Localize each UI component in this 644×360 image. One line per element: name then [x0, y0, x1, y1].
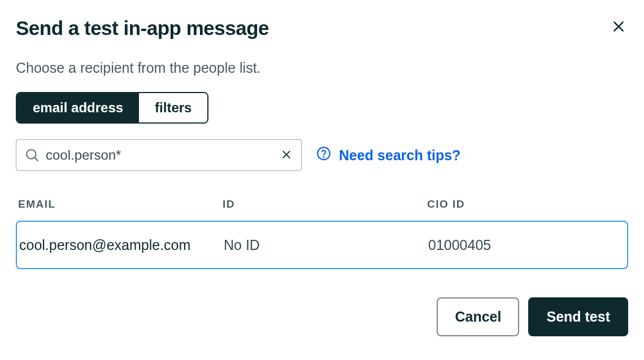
cell-id: No ID	[224, 237, 428, 253]
modal-title: Send a test in-app message	[16, 17, 269, 39]
cell-email: cool.person@example.com	[19, 237, 224, 253]
th-email: EMAIL	[18, 198, 223, 210]
th-cio-id: CIO ID	[427, 198, 628, 210]
svg-point-7	[323, 156, 324, 157]
close-button[interactable]	[609, 17, 628, 38]
modal-subtitle: Choose a recipient from the people list.	[16, 60, 628, 76]
svg-line-3	[34, 157, 38, 161]
svg-point-2	[27, 150, 36, 159]
search-input-container	[16, 139, 302, 171]
cell-cio-id: 01000405	[428, 237, 627, 253]
search-input[interactable]	[40, 147, 272, 163]
segmented-control: email address filters	[16, 92, 208, 124]
table-row[interactable]: cool.person@example.com No ID 01000405	[16, 221, 628, 269]
svg-point-6	[317, 147, 330, 160]
modal-footer: Cancel Send test	[16, 297, 628, 336]
help-icon	[316, 146, 331, 164]
x-icon	[281, 149, 292, 162]
cancel-button[interactable]: Cancel	[437, 297, 519, 336]
search-tips-label: Need search tips?	[339, 147, 460, 164]
segment-filters[interactable]: filters	[139, 93, 207, 122]
table-header: EMAIL ID CIO ID	[16, 198, 628, 221]
search-icon	[24, 147, 40, 163]
send-test-button[interactable]: Send test	[528, 297, 628, 336]
modal-header: Send a test in-app message	[16, 17, 628, 39]
close-icon	[611, 19, 626, 36]
results-table: EMAIL ID CIO ID cool.person@example.com …	[16, 198, 628, 269]
clear-search-button[interactable]	[272, 140, 301, 170]
search-row: Need search tips?	[16, 139, 628, 171]
th-id: ID	[223, 198, 427, 210]
search-tips-link[interactable]: Need search tips?	[316, 146, 460, 164]
segment-email-address[interactable]: email address	[17, 93, 139, 122]
